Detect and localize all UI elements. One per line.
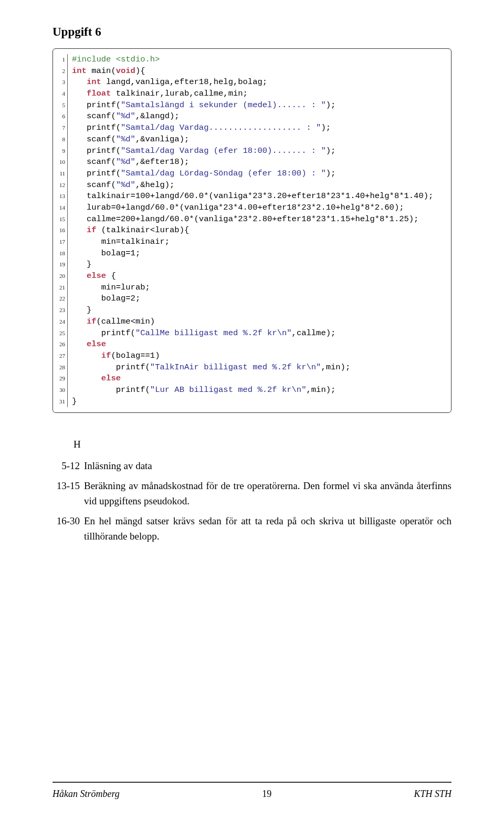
- code-line: 1#include <stdio.h>: [53, 54, 451, 66]
- note-row: 5-12Inläsning av data: [52, 459, 452, 474]
- code-line: 15 callme=200+langd/60.0*(vanliga*23*2.8…: [53, 214, 451, 225]
- code-line: 21 min=lurab;: [53, 282, 451, 294]
- line-number: 27: [53, 350, 68, 362]
- note-row: 13-15Beräkning av månadskostnad för de t…: [52, 479, 452, 509]
- footer-page-number: 19: [262, 789, 271, 800]
- code-text: printf("Samtal/dag Lördag-Söndag (efer 1…: [68, 168, 335, 180]
- note-row: 16-30En hel mängd satser krävs sedan för…: [52, 514, 452, 544]
- code-text: printf("TalkInAir billigast med %.2f kr\…: [68, 362, 350, 374]
- code-text: min=lurab;: [68, 282, 150, 294]
- code-line: 25 printf("CallMe billigast med %.2f kr\…: [53, 328, 451, 339]
- code-text: scanf("%d",&helg);: [68, 180, 174, 191]
- code-text: talkinair=100+langd/60.0*(vanliga*23*3.2…: [68, 191, 433, 202]
- code-text: }: [68, 259, 91, 271]
- line-number: 25: [53, 328, 68, 339]
- code-text: printf("Samtal/dag Vardag...............…: [68, 122, 331, 134]
- code-line: 27 if(bolag==1): [53, 350, 451, 362]
- code-text: else: [68, 339, 106, 350]
- code-text: bolag=2;: [68, 293, 140, 305]
- line-number: 14: [53, 202, 68, 214]
- line-number: 17: [53, 236, 68, 248]
- code-line: 14 lurab=0+langd/60.0*(vanliga*23*4.00+e…: [53, 202, 451, 214]
- code-text: if(callme<min): [68, 316, 155, 328]
- code-line: 30 printf("Lur AB billigast med %.2f kr\…: [53, 385, 451, 396]
- code-line: 20 else {: [53, 271, 451, 282]
- line-number: 29: [53, 373, 68, 385]
- code-text: scanf("%d",&langd);: [68, 111, 180, 122]
- section-heading: Uppgift 6: [52, 25, 452, 39]
- line-number: 18: [53, 248, 68, 260]
- code-line: 9 printf("Samtal/dag Vardag (efer 18:00)…: [53, 146, 451, 157]
- footer-org: KTH STH: [414, 789, 452, 800]
- line-number: 26: [53, 339, 68, 350]
- code-text: min=talkinair;: [68, 236, 170, 248]
- commentary: H 5-12Inläsning av data13-15Beräkning av…: [52, 437, 452, 544]
- code-text: scanf("%d",&efter18);: [68, 157, 189, 168]
- line-number: 24: [53, 316, 68, 328]
- code-line: 24 if(callme<min): [53, 316, 451, 328]
- code-text: else {: [68, 271, 116, 282]
- code-line: 23 }: [53, 305, 451, 316]
- code-line: 17 min=talkinair;: [53, 236, 451, 248]
- line-number: 13: [53, 191, 68, 202]
- line-number: 2: [53, 66, 68, 77]
- code-line: 7 printf("Samtal/dag Vardag.............…: [53, 122, 451, 134]
- line-number: 19: [53, 259, 68, 271]
- code-text: if(bolag==1): [68, 350, 160, 362]
- line-number: 3: [53, 77, 68, 88]
- code-text: }: [68, 396, 77, 408]
- line-number: 4: [53, 88, 68, 100]
- note-label: 13-15: [52, 479, 84, 509]
- line-number: 16: [53, 225, 68, 236]
- code-line: 16 if (talkinair<lurab){: [53, 225, 451, 236]
- code-line: 18 bolag=1;: [53, 248, 451, 260]
- line-number: 28: [53, 362, 68, 374]
- note-label: 16-30: [52, 514, 84, 544]
- code-line: 3 int langd,vanliga,efter18,helg,bolag;: [53, 77, 451, 88]
- code-text: float talkinair,lurab,callme,min;: [68, 88, 248, 100]
- line-number: 5: [53, 100, 68, 111]
- line-number: 21: [53, 282, 68, 294]
- line-number: 6: [53, 111, 68, 122]
- code-text: if (talkinair<lurab){: [68, 225, 189, 236]
- line-number: 22: [53, 293, 68, 305]
- line-number: 8: [53, 134, 68, 146]
- commentary-mark: H: [74, 437, 452, 452]
- code-line: 2int main(void){: [53, 66, 451, 77]
- code-text: bolag=1;: [68, 248, 140, 260]
- note-text: Inläsning av data: [84, 459, 452, 474]
- line-number: 30: [53, 385, 68, 396]
- code-line: 13 talkinair=100+langd/60.0*(vanliga*23*…: [53, 191, 451, 202]
- code-text: int langd,vanliga,efter18,helg,bolag;: [68, 77, 267, 88]
- code-line: 12 scanf("%d",&helg);: [53, 180, 451, 191]
- code-line: 5 printf("Samtalslängd i sekunder (medel…: [53, 100, 451, 111]
- code-line: 19 }: [53, 259, 451, 271]
- code-text: scanf("%d",&vanliga);: [68, 134, 189, 146]
- footer: Håkan Strömberg 19 KTH STH: [52, 789, 452, 800]
- code-line: 8 scanf("%d",&vanliga);: [53, 134, 451, 146]
- code-text: else: [68, 373, 121, 385]
- line-number: 31: [53, 396, 68, 408]
- code-line: 28 printf("TalkInAir billigast med %.2f …: [53, 362, 451, 374]
- line-number: 10: [53, 157, 68, 168]
- code-line: 4 float talkinair,lurab,callme,min;: [53, 88, 451, 100]
- code-text: printf("Lur AB billigast med %.2f kr\n",…: [68, 385, 335, 396]
- note-label: 5-12: [52, 459, 84, 474]
- footer-rule: [52, 782, 452, 783]
- code-text: #include <stdio.h>: [68, 54, 160, 66]
- line-number: 11: [53, 168, 68, 180]
- code-text: printf("CallMe billigast med %.2f kr\n",…: [68, 328, 335, 339]
- line-number: 23: [53, 305, 68, 316]
- footer-author: Håkan Strömberg: [52, 789, 120, 800]
- code-text: printf("Samtalslängd i sekunder (medel).…: [68, 100, 335, 111]
- code-text: }: [68, 305, 91, 316]
- line-number: 1: [53, 54, 68, 66]
- code-text: lurab=0+langd/60.0*(vanliga*23*4.00+efte…: [68, 202, 404, 214]
- code-line: 31}: [53, 396, 451, 408]
- line-number: 7: [53, 122, 68, 134]
- code-text: callme=200+langd/60.0*(vanliga*23*2.80+e…: [68, 214, 418, 225]
- code-line: 11 printf("Samtal/dag Lördag-Söndag (efe…: [53, 168, 451, 180]
- line-number: 12: [53, 180, 68, 191]
- code-line: 10 scanf("%d",&efter18);: [53, 157, 451, 168]
- code-listing: 1#include <stdio.h>2int main(void){3 int…: [52, 48, 452, 413]
